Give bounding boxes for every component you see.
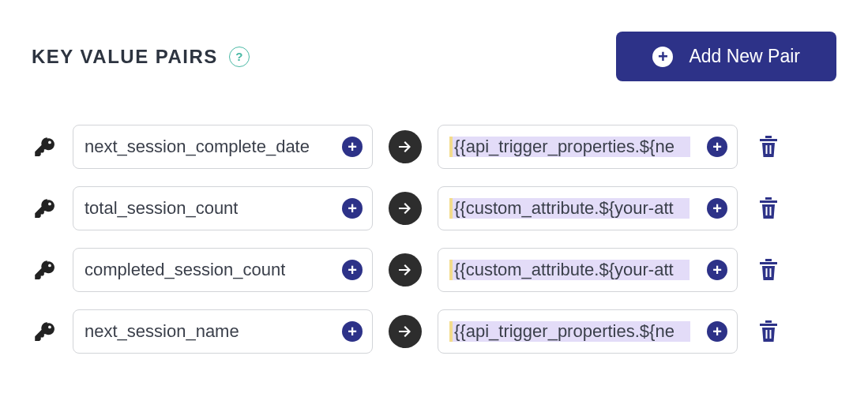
- plus-circle-icon[interactable]: +: [707, 137, 727, 157]
- plus-circle-icon[interactable]: +: [342, 321, 363, 342]
- value-input[interactable]: {{custom_attribute.${your-att +: [438, 186, 738, 230]
- key-icon: [32, 260, 57, 280]
- value-text: {{custom_attribute.${your-att: [449, 198, 690, 219]
- plus-circle-icon[interactable]: +: [707, 198, 727, 219]
- value-input[interactable]: {{custom_attribute.${your-att +: [438, 248, 738, 292]
- key-text: completed_session_count: [85, 260, 285, 280]
- arrow-right-icon: [389, 315, 422, 348]
- arrow-right-icon: [389, 192, 422, 225]
- plus-circle-icon[interactable]: +: [342, 198, 363, 219]
- header-row: KEY VALUE PAIRS ? + Add New Pair: [32, 32, 836, 81]
- delete-pair-button[interactable]: [753, 257, 783, 283]
- pairs-list: next_session_complete_date + {{api_trigg…: [32, 125, 836, 354]
- pair-row: completed_session_count + {{custom_attri…: [32, 248, 836, 292]
- add-button-label: Add New Pair: [689, 46, 800, 67]
- pair-row: total_session_count + {{custom_attribute…: [32, 186, 836, 230]
- add-new-pair-button[interactable]: + Add New Pair: [616, 32, 836, 81]
- key-input[interactable]: completed_session_count +: [73, 248, 373, 292]
- key-text: next_session_complete_date: [85, 137, 310, 157]
- value-text: {{api_trigger_properties.${ne: [449, 321, 690, 342]
- help-icon[interactable]: ?: [229, 47, 250, 67]
- arrow-right-icon: [389, 130, 422, 163]
- plus-circle-icon[interactable]: +: [707, 260, 727, 280]
- plus-circle-icon[interactable]: +: [342, 137, 363, 157]
- plus-circle-icon[interactable]: +: [342, 260, 363, 280]
- value-text: {{api_trigger_properties.${ne: [449, 137, 690, 157]
- key-text: next_session_name: [85, 321, 239, 342]
- key-icon: [32, 321, 57, 342]
- delete-pair-button[interactable]: [753, 318, 783, 345]
- page-title: KEY VALUE PAIRS: [32, 46, 218, 68]
- arrow-right-icon: [389, 253, 422, 287]
- delete-pair-button[interactable]: [753, 195, 783, 222]
- value-input[interactable]: {{api_trigger_properties.${ne +: [438, 309, 738, 354]
- key-input[interactable]: total_session_count +: [73, 186, 373, 230]
- plus-circle-icon: +: [652, 47, 673, 67]
- value-input[interactable]: {{api_trigger_properties.${ne +: [438, 125, 738, 169]
- pair-row: next_session_complete_date + {{api_trigg…: [32, 125, 836, 169]
- key-input[interactable]: next_session_complete_date +: [73, 125, 373, 169]
- pair-row: next_session_name + {{api_trigger_proper…: [32, 309, 836, 354]
- delete-pair-button[interactable]: [753, 133, 783, 160]
- key-icon: [32, 198, 57, 219]
- title-wrap: KEY VALUE PAIRS ?: [32, 46, 250, 68]
- key-text: total_session_count: [85, 198, 238, 219]
- value-text: {{custom_attribute.${your-att: [449, 260, 690, 280]
- key-input[interactable]: next_session_name +: [73, 309, 373, 354]
- key-icon: [32, 137, 57, 157]
- plus-circle-icon[interactable]: +: [707, 321, 727, 342]
